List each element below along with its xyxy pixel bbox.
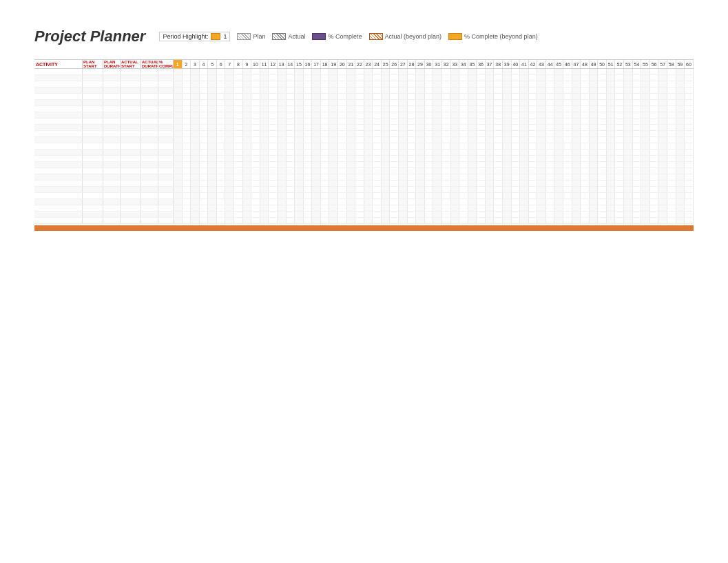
gantt-cell: [676, 162, 685, 167]
gantt-cell: [425, 156, 434, 161]
gantt-cell: [486, 168, 495, 174]
gantt-cell: [607, 75, 616, 81]
gantt-cell: [563, 88, 572, 93]
gantt-cell: [486, 119, 495, 124]
legend-pct-complete-item: % Complete: [312, 33, 362, 40]
gantt-cell: [312, 143, 321, 149]
gantt-cell: [373, 131, 382, 136]
gantt-cell: [234, 162, 243, 167]
gantt-cell: [347, 112, 356, 118]
table-row: [34, 81, 694, 88]
gantt-cell: [408, 125, 417, 130]
gantt-cell: [477, 181, 486, 186]
gantt-cell: [658, 125, 667, 130]
gantt-cell: [287, 131, 295, 136]
gantt-cell: [399, 94, 408, 99]
gantt-cell: [633, 100, 642, 105]
gantt-cell: [287, 88, 295, 93]
gantt-cell: [355, 143, 364, 149]
gantt-cell: [287, 143, 295, 149]
gantt-cell: [312, 125, 321, 130]
gantt-cell: [416, 100, 425, 105]
gantt-cell: [321, 187, 330, 192]
period-header-7: 7: [225, 60, 234, 68]
gantt-cell: [658, 199, 667, 205]
gantt-cell: [217, 150, 226, 155]
gantt-cell: [191, 162, 200, 167]
gantt-cell: [174, 205, 183, 211]
table-row: [34, 174, 694, 181]
left-cell: [34, 131, 83, 136]
gantt-cell: [174, 143, 183, 149]
gantt-cell: [529, 81, 538, 87]
left-cell: [34, 193, 83, 198]
left-cell: [83, 193, 103, 198]
gantt-cell: [338, 199, 347, 205]
gantt-cell: [486, 88, 495, 93]
gantt-cell: [174, 168, 183, 174]
gantt-cell: [529, 187, 538, 192]
left-cell: [83, 112, 103, 118]
gantt-cell: [225, 81, 234, 87]
gantt-cell: [278, 94, 287, 99]
gantt-cell: [390, 100, 399, 105]
period-highlight[interactable]: Period Highlight: 1: [159, 32, 230, 41]
gantt-cell: [399, 112, 408, 118]
gantt-cell: [607, 137, 616, 143]
left-cell: [121, 94, 141, 99]
gantt-cell: [347, 193, 356, 198]
gantt-cell: [537, 168, 546, 174]
gantt-cell: [650, 174, 659, 180]
gantt-cell: [442, 125, 451, 130]
left-cell: [103, 119, 121, 124]
period-header-4: 4: [200, 60, 209, 68]
gantt-cell: [477, 205, 486, 211]
gantt-cell: [546, 193, 555, 198]
gantt-cell: [554, 187, 563, 192]
gantt-cell: [295, 88, 304, 93]
period-header-51: 51: [607, 60, 616, 68]
table-row: [34, 69, 694, 75]
gantt-cell: [537, 156, 546, 161]
gantt-cell: [234, 150, 243, 155]
left-cell: [141, 174, 158, 180]
gantt-cell: [598, 156, 607, 161]
gantt-cell: [191, 125, 200, 130]
gantt-cell: [676, 81, 685, 87]
gantt-cell: [641, 174, 650, 180]
gantt-cell: [529, 162, 538, 167]
gantt-cell: [572, 81, 581, 87]
left-cell: [83, 137, 103, 143]
gantt-cell: [399, 174, 408, 180]
gantt-cell: [537, 174, 546, 180]
gantt-cell: [433, 143, 442, 149]
left-cell: [141, 100, 158, 105]
gantt-cell: [572, 174, 581, 180]
gantt-cell: [503, 75, 512, 81]
gantt-cell: [590, 75, 599, 81]
gantt-cell: [347, 205, 356, 211]
gantt-cell: [624, 174, 633, 180]
gantt-cell: [546, 187, 555, 192]
gantt-cell: [416, 212, 425, 217]
gantt-cell: [364, 100, 373, 105]
gantt-cell: [486, 150, 495, 155]
gantt-cell: [537, 187, 546, 192]
gantt-cell: [373, 137, 382, 143]
gantt-cell: [537, 162, 546, 167]
gantt-cell: [174, 199, 183, 205]
gantt-cell: [269, 199, 278, 205]
gantt-cell: [598, 162, 607, 167]
gantt-cell: [364, 193, 373, 198]
period-header-31: 31: [433, 60, 442, 68]
gantt-cell: [607, 69, 616, 74]
gantt-cell: [615, 199, 624, 205]
left-cell: [34, 69, 83, 74]
gantt-cell: [287, 119, 295, 124]
gantt-cell: [685, 75, 694, 81]
gantt-cell: [615, 162, 624, 167]
gantt-cell: [347, 143, 356, 149]
left-cell: [158, 137, 174, 143]
gantt-cell: [408, 168, 417, 174]
gantt-cell: [390, 199, 399, 205]
